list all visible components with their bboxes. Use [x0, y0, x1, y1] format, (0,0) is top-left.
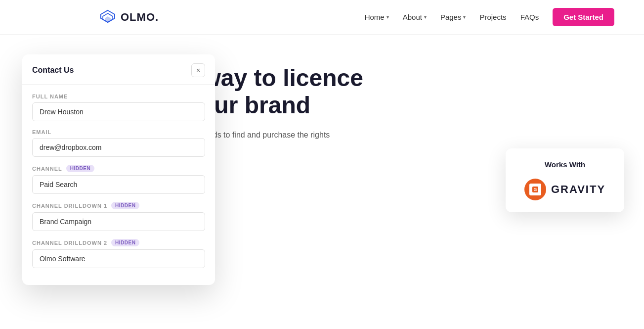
- channel-drilldown-1-input[interactable]: [32, 212, 205, 231]
- channel-drilldown-2-field-group: CHANNEL DRILLDOWN 2 Hidden: [32, 239, 205, 268]
- modal-title: Contact Us: [32, 66, 74, 75]
- gravity-logo-svg: G: [531, 186, 539, 193]
- nav-link-projects[interactable]: Projects: [479, 13, 506, 21]
- channel-label: CHANNEL Hidden: [32, 165, 205, 172]
- get-started-button[interactable]: Get Started: [553, 8, 614, 26]
- gravity-brand-name: GRAVITY: [551, 183, 605, 196]
- full-name-label: FULL NAME: [32, 94, 205, 99]
- chevron-down-icon: ▾: [386, 14, 389, 20]
- full-name-input[interactable]: [32, 102, 205, 121]
- email-label: EMAIL: [32, 129, 205, 135]
- logo-text: OLMO.: [121, 11, 159, 24]
- full-name-field-group: FULL NAME: [32, 94, 205, 121]
- channel-hidden-badge: Hidden: [66, 165, 94, 172]
- works-with-card: Works With G GRAVITY: [506, 148, 624, 212]
- nav-link-about[interactable]: About ▾: [403, 13, 427, 21]
- gravity-logo: G GRAVITY: [515, 179, 614, 200]
- nav-link-home[interactable]: Home ▾: [365, 13, 389, 21]
- logo[interactable]: OLMO.: [99, 8, 159, 26]
- channel-drilldown-2-label: CHANNEL DRILLDOWN 2 Hidden: [32, 239, 205, 246]
- channel-input[interactable]: [32, 175, 205, 194]
- channel-drilldown-1-hidden-badge: Hidden: [111, 202, 139, 209]
- modal-close-button[interactable]: ×: [191, 63, 205, 77]
- navbar: OLMO. Home ▾ About ▾ Pages ▾ Projects FA…: [0, 0, 644, 35]
- channel-drilldown-2-input[interactable]: [32, 249, 205, 268]
- works-with-title: Works With: [515, 160, 614, 169]
- logo-icon: [99, 8, 117, 26]
- chevron-down-icon: ▾: [463, 14, 466, 20]
- gravity-icon-inner: G: [529, 184, 541, 195]
- channel-drilldown-1-field-group: CHANNEL DRILLDOWN 1 Hidden: [32, 202, 205, 231]
- nav-link-faqs[interactable]: FAQs: [520, 13, 539, 21]
- contact-modal: Contact Us × FULL NAME EMAIL CHANNEL Hid…: [22, 54, 215, 285]
- channel-field-group: CHANNEL Hidden: [32, 165, 205, 194]
- svg-text:G: G: [533, 187, 537, 192]
- email-input[interactable]: [32, 138, 205, 157]
- modal-body: FULL NAME EMAIL CHANNEL Hidden CHANNEL D…: [22, 85, 215, 285]
- nav-links: Home ▾ About ▾ Pages ▾ Projects FAQs Get…: [365, 8, 614, 26]
- nav-link-pages[interactable]: Pages ▾: [440, 13, 466, 21]
- channel-drilldown-1-label: CHANNEL DRILLDOWN 1 Hidden: [32, 202, 205, 209]
- channel-drilldown-2-hidden-badge: Hidden: [111, 239, 139, 246]
- gravity-icon: G: [524, 179, 546, 200]
- chevron-down-icon: ▾: [424, 14, 427, 20]
- email-field-group: EMAIL: [32, 129, 205, 157]
- modal-header: Contact Us ×: [22, 54, 215, 85]
